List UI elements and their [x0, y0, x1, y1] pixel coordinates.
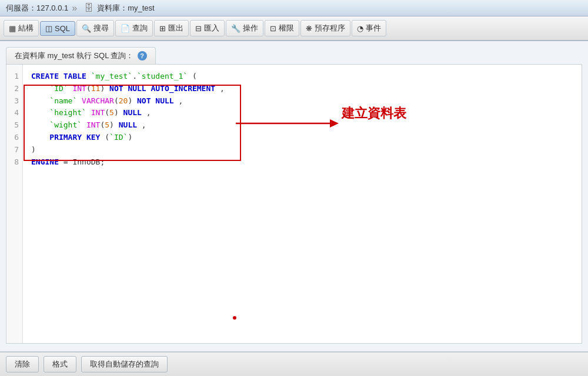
main-content: 在資料庫 my_test 執行 SQL 查詢： ? 1 2 3 4 5 6 7 … [0, 41, 588, 351]
import-icon: ⊟ [195, 24, 202, 33]
toolbar-btn-sql[interactable]: ◫ SQL [40, 21, 75, 36]
priv-label: 權限 [279, 23, 294, 33]
sql-label: SQL [55, 24, 70, 33]
structure-icon: ▦ [9, 24, 16, 33]
bottom-bar: 清除 格式 取得自動儲存的查詢 [0, 351, 588, 376]
events-label: 事件 [366, 23, 381, 33]
ops-label: 操作 [243, 23, 258, 33]
query-label-bar: 在資料庫 my_test 執行 SQL 查詢： ? [6, 47, 156, 64]
sql-editor-area[interactable]: 1 2 3 4 5 6 7 8 CREATE TABLE `my_test`.`… [6, 64, 582, 344]
toolbar-btn-ops[interactable]: 🔧 操作 [226, 20, 263, 36]
toolbar: ▦ 結構 ◫ SQL 🔍 搜尋 📄 查詢 ⊞ 匯出 ⊟ 匯入 🔧 操作 ⊡ 權限… [0, 16, 588, 41]
help-icon[interactable]: ? [138, 51, 147, 61]
title-sep1: » [72, 3, 77, 14]
structure-label: 結構 [18, 23, 34, 33]
toolbar-btn-query[interactable]: 📄 查詢 [115, 20, 153, 36]
priv-icon: ⊡ [270, 24, 276, 33]
query-icon: 📄 [121, 24, 130, 33]
toolbar-btn-events[interactable]: ◔ 事件 [352, 20, 386, 36]
title-server: 伺服器：127.0.0.1 [6, 3, 68, 14]
toolbar-btn-import[interactable]: ⊟ 匯入 [190, 20, 225, 36]
autosave-label: 取得自動儲存的查詢 [90, 360, 159, 368]
toolbar-btn-search[interactable]: 🔍 搜尋 [76, 20, 114, 36]
sql-editor-wrapper: 1 2 3 4 5 6 7 8 CREATE TABLE `my_test`.`… [6, 65, 582, 343]
sql-code[interactable]: CREATE TABLE `my_test`.`student_1` ( `ID… [23, 65, 582, 343]
annotation-text: 建立資料表 [342, 105, 406, 122]
export-label: 匯出 [168, 23, 183, 33]
format-label: 格式 [52, 360, 68, 368]
ops-icon: 🔧 [231, 24, 240, 33]
sql-icon: ◫ [45, 24, 52, 33]
query-label-text: 在資料庫 my_test 執行 SQL 查詢： [15, 51, 134, 61]
toolbar-btn-structure[interactable]: ▦ 結構 [4, 20, 39, 36]
query-label-btn: 查詢 [132, 23, 148, 33]
search-icon: 🔍 [82, 24, 91, 33]
db-icon: 🗄 [84, 3, 93, 14]
toolbar-btn-priv[interactable]: ⊡ 權限 [265, 20, 299, 36]
cursor-dot [233, 316, 236, 320]
title-db: 資料庫：my_test [97, 3, 155, 14]
export-icon: ⊞ [159, 24, 166, 33]
import-label: 匯入 [204, 23, 219, 33]
proc-icon: ❋ [306, 24, 312, 33]
proc-label: 預存程序 [315, 23, 345, 33]
clear-button[interactable]: 清除 [6, 356, 39, 372]
clear-label: 清除 [15, 360, 30, 368]
autosave-button[interactable]: 取得自動儲存的查詢 [81, 356, 168, 372]
toolbar-btn-export[interactable]: ⊞ 匯出 [154, 20, 189, 36]
line-numbers: 1 2 3 4 5 6 7 8 [6, 65, 23, 343]
format-button[interactable]: 格式 [44, 356, 76, 372]
search-label: 搜尋 [93, 23, 109, 33]
events-icon: ◔ [357, 24, 363, 33]
toolbar-btn-proc[interactable]: ❋ 預存程序 [300, 20, 350, 36]
title-bar: 伺服器：127.0.0.1 » 🗄 資料庫：my_test [0, 0, 588, 16]
